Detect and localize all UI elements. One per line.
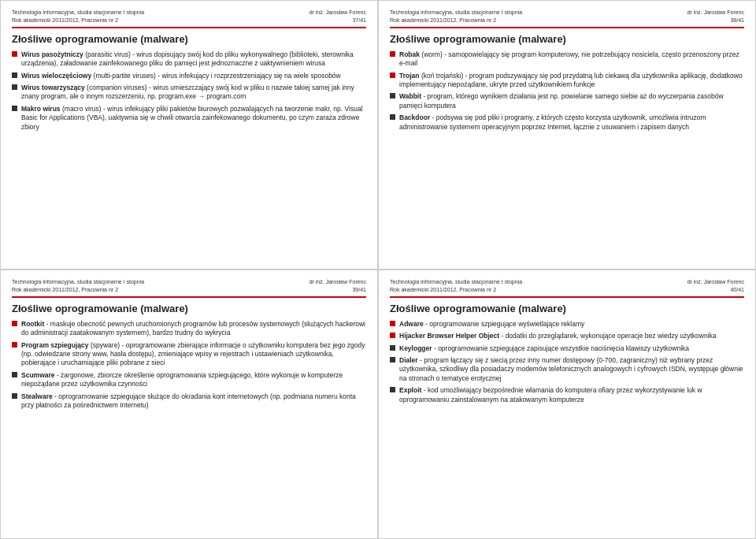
bullet-icon	[390, 333, 395, 338]
list-item: Backdoor - podsywa się pod pliki i progr…	[390, 113, 744, 132]
list-item: Keylogger - oprogramowanie szpiegujące z…	[390, 344, 744, 353]
header-left: Technologia informacyjna, studia stacjon…	[12, 278, 144, 294]
list-item: Hijacker Browser Helper Object - dodatki…	[390, 332, 744, 340]
slide-slide-40: Technologia informacyjna, studia stacjon…	[378, 270, 756, 539]
list-item: Robak (worm) - samopowielający się progr…	[390, 50, 744, 69]
list-item: Exploit - kod umożliwiający bezpośrednie…	[390, 386, 744, 404]
bullet-text: Wirus towarzyszący (companion viruses) -…	[21, 84, 366, 102]
header-left: Technologia informacyjna, studia stacjon…	[390, 278, 522, 294]
header-right: dr inż. Jarosław Forenc39/41	[309, 278, 366, 294]
slide-header: Technologia informacyjna, studia stacjon…	[390, 9, 744, 28]
bullet-text: Makro wirus (macro virus) - wirus infeku…	[21, 105, 366, 132]
bullet-text: Stealware - oprogramowanie szpiegujące s…	[21, 392, 366, 411]
bullet-icon	[390, 51, 395, 57]
bullet-text: Scumware - żargonowe, zbiorcze określeni…	[21, 371, 366, 389]
list-item: Program szpiegujący (spyware) - oprogram…	[12, 341, 366, 368]
bullet-icon	[12, 321, 17, 326]
bullet-icon	[390, 114, 395, 120]
header-right: dr inż. Jarosław Forenc38/41	[687, 9, 744, 24]
slide-header: Technologia informacyjna, studia stacjon…	[390, 278, 744, 298]
bullet-icon	[390, 357, 395, 362]
bullet-text: Program szpiegujący (spyware) - oprogram…	[21, 341, 366, 368]
list-item: Trojan (koń trojański) - program podszyw…	[390, 72, 744, 90]
bullet-text: Wirus pasożytniczy (parasitic virus) - w…	[21, 50, 366, 69]
bullet-icon	[390, 93, 395, 99]
bullet-text: Dialer - program łączący się z siecią pr…	[399, 356, 744, 383]
bullet-list: Rootkit - maskuje obecność pewnych uruch…	[12, 320, 366, 414]
list-item: Wirus wieloczęściowy (multi-partite viru…	[12, 72, 366, 80]
bullet-icon	[12, 393, 17, 399]
slide-slide-39: Technologia informacyjna, studia stacjon…	[0, 270, 378, 539]
bullet-text: Wirus wieloczęściowy (multi-partite viru…	[21, 72, 341, 80]
slide-slide-38: Technologia informacyjna, studia stacjon…	[378, 0, 756, 270]
bullet-list: Robak (worm) - samopowielający się progr…	[390, 50, 744, 136]
bullet-icon	[390, 321, 395, 326]
bullet-icon	[390, 72, 395, 78]
bullet-text: Rootkit - maskuje obecność pewnych uruch…	[21, 320, 366, 338]
list-item: Scumware - żargonowe, zbiorcze określeni…	[12, 371, 366, 389]
bullet-icon	[12, 342, 17, 348]
bullet-list: Wirus pasożytniczy (parasitic virus) - w…	[12, 50, 366, 136]
bullet-text: Hijacker Browser Helper Object - dodatki…	[399, 332, 717, 340]
bullet-icon	[390, 387, 395, 392]
slide-header: Technologia informacyjna, studia stacjon…	[12, 9, 366, 28]
list-item: Stealware - oprogramowanie szpiegujące s…	[12, 392, 366, 411]
bullet-text: Exploit - kod umożliwiający bezpośrednie…	[399, 386, 744, 404]
list-item: Wirus towarzyszący (companion viruses) -…	[12, 84, 366, 102]
bullet-text: Backdoor - podsywa się pod pliki i progr…	[399, 113, 744, 132]
header-left: Technologia informacyjna, studia stacjon…	[390, 9, 522, 24]
bullet-icon	[12, 84, 17, 90]
slide-title: Złośliwe oprogramowanie (malware)	[390, 303, 744, 314]
header-left: Technologia informacyjna, studia stacjon…	[12, 9, 144, 24]
list-item: Adware - oprogramowanie szpiegujące wyśw…	[390, 320, 744, 329]
header-right: dr inż. Jarosław Forenc40/41	[687, 278, 744, 294]
bullet-text: Trojan (koń trojański) - program podszyw…	[399, 72, 744, 90]
bullet-text: Wabbit - program, którego wynikiem dział…	[399, 92, 744, 110]
bullet-icon	[12, 72, 17, 78]
slide-slide-37: Technologia informacyjna, studia stacjon…	[0, 0, 378, 270]
slide-title: Złośliwe oprogramowanie (malware)	[12, 33, 366, 45]
bullet-text: Keylogger - oprogramowanie szpiegujące z…	[399, 344, 689, 353]
bullet-icon	[390, 345, 395, 351]
bullet-icon	[12, 51, 17, 57]
bullet-text: Robak (worm) - samopowielający się progr…	[399, 50, 744, 69]
bullet-list: Adware - oprogramowanie szpiegujące wyśw…	[390, 320, 744, 408]
bullet-text: Adware - oprogramowanie szpiegujące wyśw…	[399, 320, 584, 329]
list-item: Wirus pasożytniczy (parasitic virus) - w…	[12, 50, 366, 69]
slide-title: Złośliwe oprogramowanie (malware)	[390, 33, 744, 45]
slide-header: Technologia informacyjna, studia stacjon…	[12, 278, 366, 298]
bullet-icon	[12, 106, 17, 111]
header-right: dr inż. Jarosław Forenc37/41	[309, 9, 366, 24]
list-item: Dialer - program łączący się z siecią pr…	[390, 356, 744, 383]
list-item: Makro wirus (macro virus) - wirus infeku…	[12, 105, 366, 132]
slide-title: Złośliwe oprogramowanie (malware)	[12, 303, 366, 314]
bullet-icon	[12, 372, 17, 377]
page-grid: Technologia informacyjna, studia stacjon…	[0, 0, 756, 539]
list-item: Wabbit - program, którego wynikiem dział…	[390, 92, 744, 110]
list-item: Rootkit - maskuje obecność pewnych uruch…	[12, 320, 366, 338]
